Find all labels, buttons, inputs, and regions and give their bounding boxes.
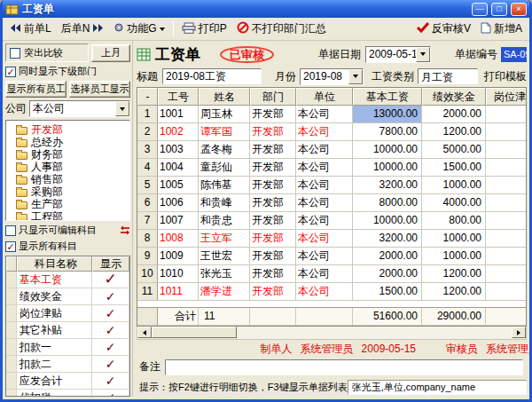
employee-id-cell[interactable]: 1003 [158, 141, 199, 159]
titlebar[interactable]: 工资单 — □ × [3, 0, 529, 18]
company-combo[interactable]: 本公司 [29, 100, 130, 117]
employee-name-cell[interactable]: 潘学进 [199, 283, 250, 301]
bonus-cell[interactable]: 1000.00 [422, 177, 486, 194]
bonus-cell[interactable]: 800.00 [422, 212, 486, 230]
employee-name-cell[interactable]: 和贵峰 [199, 194, 250, 212]
subject-name-cell[interactable]: 基本工资 [17, 272, 92, 288]
grid-header-cell[interactable]: 单位 [296, 88, 353, 106]
allowance-cell[interactable] [486, 141, 527, 159]
employee-id-cell[interactable]: 1005 [158, 177, 199, 194]
highlight-compare-checkbox[interactable] [10, 48, 20, 59]
subject-check-cell[interactable]: ✓ [92, 322, 129, 339]
allowance-cell[interactable] [486, 230, 527, 248]
allowance-cell[interactable] [486, 106, 527, 123]
salary-row[interactable]: 8 1008 王立军 开发部 本公司 3200.00 1000.00 [137, 230, 527, 248]
unit-cell[interactable]: 本公司 [296, 194, 353, 212]
show-all-subjects-row[interactable]: ✓ 显示所有科目 [5, 240, 130, 253]
employee-name-cell[interactable]: 孟冬梅 [199, 141, 250, 159]
date-combo[interactable]: 2009-05-15 [365, 46, 431, 63]
base-salary-cell[interactable]: 13000.00 [353, 106, 422, 123]
bonus-cell[interactable]: 5000.00 [422, 141, 486, 159]
employee-name-cell[interactable]: 张光玉 [199, 265, 250, 283]
employee-id-cell[interactable]: 1008 [158, 230, 199, 248]
minimize-button[interactable]: — [472, 3, 488, 16]
horizontal-scrollbar[interactable] [137, 327, 527, 340]
salary-row[interactable]: 5 1005 陈伟基 开发部 本公司 3200.00 1000.00 [137, 177, 527, 194]
employee-name-cell[interactable]: 谭军国 [199, 123, 250, 141]
employee-name-cell[interactable]: 周玉林 [199, 106, 250, 123]
date-dropdown-button[interactable] [416, 47, 430, 62]
close-button[interactable]: × [511, 3, 527, 16]
department-cell[interactable]: 开发部 [250, 265, 296, 283]
employee-id-cell[interactable]: 1001 [158, 106, 199, 123]
sheet-grid-icon[interactable] [137, 48, 151, 61]
row-number-cell[interactable]: 10 [137, 265, 158, 283]
subject-name-cell[interactable]: 扣款一 [17, 339, 92, 356]
subject-row[interactable]: 应发合计 ✓ [6, 373, 129, 390]
row-number-cell[interactable]: 7 [137, 212, 158, 230]
grid-header-cell[interactable]: 岗位津贴 [486, 88, 527, 106]
grid-header-cell[interactable]: 绩效奖金 [422, 88, 486, 106]
bonus-cell[interactable]: 2000.00 [422, 106, 486, 123]
employee-name-cell[interactable]: 陈伟基 [199, 177, 250, 194]
subject-row[interactable]: 绩效奖金 ✓ [6, 288, 129, 305]
select-staff-button[interactable]: 选择员工显示 [69, 81, 130, 98]
swap-arrows-icon[interactable] [120, 225, 130, 235]
bonus-cell[interactable]: 1500.00 [422, 159, 486, 177]
base-salary-cell[interactable]: 1500.00 [353, 283, 422, 301]
subject-check-cell[interactable]: ✓ [92, 356, 129, 373]
department-tree-item[interactable]: 工程部 [16, 210, 129, 221]
department-cell[interactable]: 开发部 [250, 248, 296, 265]
subject-row[interactable]: 其它补贴 ✓ [6, 322, 129, 339]
department-cell[interactable]: 开发部 [250, 123, 296, 141]
allowance-cell[interactable] [486, 177, 527, 194]
unit-cell[interactable]: 本公司 [296, 212, 353, 230]
department-cell[interactable]: 开发部 [250, 230, 296, 248]
subject-show-header[interactable]: 显示 [92, 256, 129, 272]
print-button[interactable]: 打印P [178, 20, 231, 38]
scroll-thumb[interactable] [152, 327, 237, 338]
bonus-cell[interactable]: 1000.00 [422, 230, 486, 248]
show-all-subjects-checkbox[interactable]: ✓ [5, 241, 16, 252]
department-cell[interactable]: 开发部 [250, 177, 296, 194]
subject-name-header[interactable]: 科目名称 [17, 256, 92, 272]
subject-name-cell[interactable]: 其它补贴 [17, 322, 92, 339]
allowance-cell[interactable] [486, 123, 527, 141]
subject-row[interactable]: 代扣税 ✓ [6, 390, 129, 397]
employee-name-cell[interactable]: 王世宏 [199, 248, 250, 265]
bonus-cell[interactable]: 1200.00 [422, 123, 486, 141]
show-all-staff-button[interactable]: 显示所有员工 [5, 81, 66, 98]
subject-check-cell[interactable]: ✓ [92, 305, 129, 322]
row-number-cell[interactable]: 3 [137, 141, 158, 159]
employee-id-cell[interactable]: 1004 [158, 159, 199, 177]
base-salary-cell[interactable]: 3200.00 [353, 230, 422, 248]
unit-cell[interactable]: 本公司 [296, 159, 353, 177]
subject-check-cell[interactable]: ✓ [92, 272, 129, 288]
unit-cell[interactable]: 本公司 [296, 106, 353, 123]
row-number-cell[interactable]: 11 [137, 283, 158, 301]
base-salary-cell[interactable]: 10000.00 [353, 159, 422, 177]
row-number-cell[interactable]: 4 [137, 159, 158, 177]
unapprove-button[interactable]: 反审核V [413, 20, 474, 38]
note-input[interactable] [165, 359, 523, 375]
subject-name-cell[interactable]: 岗位津贴 [17, 305, 92, 322]
unit-cell[interactable]: 本公司 [296, 141, 353, 159]
salary-row[interactable]: 10 1010 张光玉 开发部 本公司 2000.00 1200.00 [137, 265, 527, 283]
row-number-cell[interactable]: 5 [137, 177, 158, 194]
highlight-compare-box[interactable]: 突出比较 [5, 43, 89, 62]
bonus-cell[interactable]: 1200.00 [422, 283, 486, 301]
employee-name-cell[interactable]: 王立军 [199, 230, 250, 248]
subject-row[interactable]: 岗位津贴 ✓ [6, 305, 129, 322]
subject-name-cell[interactable]: 代扣税 [17, 390, 92, 397]
show-sub-dept-checkbox[interactable]: ✓ [5, 67, 16, 77]
maximize-button[interactable]: □ [491, 3, 507, 16]
no-dept-summary-button[interactable]: 不打印部门汇总 [233, 20, 330, 38]
unit-cell[interactable]: 本公司 [296, 177, 353, 194]
allowance-cell[interactable] [486, 248, 527, 265]
employee-id-cell[interactable]: 1006 [158, 194, 199, 212]
base-salary-cell[interactable]: 7800.00 [353, 123, 422, 141]
row-number-cell[interactable]: 6 [137, 194, 158, 212]
department-cell[interactable]: 开发部 [250, 283, 296, 301]
allowance-cell[interactable] [486, 265, 527, 283]
employee-name-cell[interactable]: 童彭仙 [199, 159, 250, 177]
